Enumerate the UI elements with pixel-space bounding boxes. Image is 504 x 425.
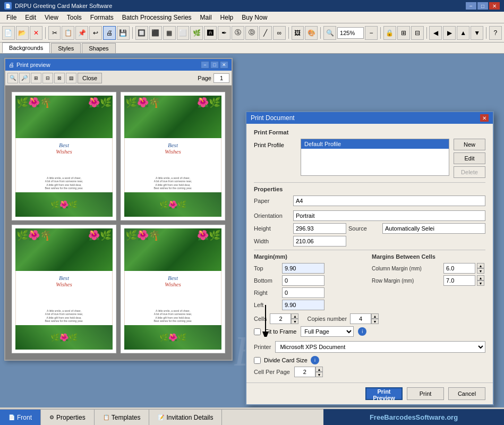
menu-view[interactable]: View [40, 13, 63, 22]
fit-info-icon[interactable]: i [358, 327, 366, 336]
page-input[interactable] [213, 73, 229, 83]
down-btn[interactable]: ▼ [471, 26, 483, 40]
print-button[interactable]: Print [407, 387, 444, 400]
col-margin-input[interactable] [443, 263, 475, 274]
menu-help[interactable]: Help [216, 13, 238, 22]
left-input[interactable] [282, 300, 324, 310]
width-input[interactable] [293, 236, 346, 246]
group-btn[interactable]: ⊞ [397, 26, 410, 40]
tool7[interactable]: ✒ [218, 26, 230, 40]
cells-up[interactable]: ▲ [291, 313, 298, 319]
menu-mail[interactable]: Mail [196, 13, 216, 22]
cut-button[interactable]: ✂ [48, 26, 61, 40]
color-btn[interactable]: 🎨 [305, 26, 318, 40]
cells-down[interactable]: ▼ [291, 319, 298, 324]
profile-list[interactable]: Default Profile [301, 139, 449, 176]
fit-to-frame-checkbox[interactable] [254, 328, 261, 335]
divide-card-checkbox[interactable] [254, 357, 261, 364]
zoom-minus[interactable]: − [365, 26, 378, 40]
tool3[interactable]: ▦ [163, 26, 176, 40]
tool2[interactable]: ⬛ [149, 26, 162, 40]
preview-controls[interactable]: − □ ✕ [201, 61, 228, 69]
zoom-input[interactable] [340, 30, 361, 36]
preview-minimize[interactable]: − [201, 61, 209, 69]
cell-page-down[interactable]: ▼ [315, 372, 323, 377]
new-button[interactable]: 📄 [2, 26, 15, 40]
undo-button[interactable]: ↩ [89, 26, 102, 40]
fit-to-frame-label[interactable]: Fit to Frame [265, 328, 296, 335]
img-btn[interactable]: 🖼 [292, 26, 304, 40]
tool8[interactable]: Ⓢ [232, 26, 244, 40]
cell-page-spinner-btns[interactable]: ▲ ▼ [315, 367, 323, 377]
zoom-out[interactable]: 🔍 [323, 26, 336, 40]
up-btn[interactable]: ▲ [457, 26, 469, 40]
menu-tools[interactable]: Tools [63, 13, 86, 22]
save-button[interactable]: ✕ [30, 26, 42, 40]
tool10[interactable]: ╱ [259, 26, 272, 40]
row-margin-spinner[interactable]: ▲ ▼ [477, 275, 485, 286]
maximize-button[interactable]: □ [477, 2, 488, 10]
fwd-btn[interactable]: ▶ [443, 26, 456, 40]
bottom-tab-templates[interactable]: 📋 Templates [95, 410, 150, 425]
export-button[interactable]: 💾 [117, 26, 130, 40]
bottom-tab-properties[interactable]: ⚙ Properties [41, 410, 95, 425]
menu-file[interactable]: File [2, 13, 21, 22]
tool11[interactable]: ∞ [273, 26, 286, 40]
cells-spinner-btns[interactable]: ▲ ▼ [291, 313, 298, 324]
paste-button[interactable]: 📌 [75, 26, 88, 40]
divide-info-icon[interactable]: i [311, 356, 319, 364]
height-input[interactable] [293, 223, 346, 234]
preview-close[interactable]: ✕ [220, 61, 228, 69]
lock-btn[interactable]: 🔒 [383, 26, 396, 40]
menu-batch[interactable]: Batch Processing Series [118, 13, 196, 22]
paper-input[interactable] [293, 196, 485, 206]
copies-down[interactable]: ▼ [371, 319, 379, 324]
source-input[interactable] [382, 223, 485, 234]
cells-input[interactable] [270, 313, 291, 324]
print-button[interactable]: 🖨 [103, 26, 116, 40]
back-btn[interactable]: ◀ [429, 26, 442, 40]
printer-select[interactable]: Microsoft XPS Document [275, 341, 485, 353]
menu-formats[interactable]: Formats [86, 13, 118, 22]
pv-grid[interactable]: ⊠ [54, 73, 65, 83]
tool1[interactable]: 🔲 [135, 26, 148, 40]
tab-backgrounds[interactable]: Backgrounds [2, 42, 50, 53]
minimize-button[interactable]: − [466, 2, 476, 10]
pv-zoom-in[interactable]: 🔍 [7, 73, 18, 83]
cell-per-page-input[interactable] [294, 367, 315, 377]
tab-shapes[interactable]: Shapes [82, 43, 115, 53]
btn-edit[interactable]: Edit [454, 152, 485, 164]
col-margin-down[interactable]: ▼ [477, 268, 484, 274]
cancel-button[interactable]: Cancel [448, 387, 485, 400]
col-margin-up[interactable]: ▲ [477, 263, 484, 268]
fit-to-frame-select[interactable]: Full Page [301, 326, 354, 337]
open-button[interactable]: 📂 [16, 26, 29, 40]
profile-item-default[interactable]: Default Profile [301, 139, 449, 149]
copies-input[interactable] [350, 313, 371, 324]
btn-new[interactable]: New [454, 139, 485, 150]
right-input[interactable] [282, 287, 324, 298]
help-btn[interactable]: ? [489, 26, 502, 40]
tool9[interactable]: Ⓓ [245, 26, 258, 40]
col-margin-spinner[interactable]: ▲ ▼ [477, 263, 485, 274]
pv-close-button[interactable]: Close [78, 73, 102, 83]
tool6[interactable]: 🅰 [204, 26, 217, 40]
title-bar-controls[interactable]: − □ ✕ [466, 2, 500, 10]
close-app-button[interactable]: ✕ [489, 2, 500, 10]
pv-list[interactable]: ▤ [66, 73, 76, 83]
dialog-close-button[interactable]: ✕ [480, 114, 489, 122]
top-input[interactable] [282, 263, 324, 274]
row-margin-down[interactable]: ▼ [477, 280, 484, 286]
pv-barcode2[interactable]: ⊟ [42, 73, 53, 83]
bottom-tab-invitation[interactable]: 📝 Invitation Details [149, 410, 222, 425]
copies-spinner-btns[interactable]: ▲ ▼ [371, 313, 379, 324]
menu-buynow[interactable]: Buy Now [237, 13, 271, 22]
orientation-input[interactable] [293, 210, 485, 221]
row-margin-input[interactable] [443, 275, 475, 286]
copy-button[interactable]: 📋 [62, 26, 74, 40]
row-margin-up[interactable]: ▲ [477, 275, 484, 280]
tab-styles[interactable]: Styles [51, 43, 81, 53]
tool4[interactable]: ⬜ [177, 26, 190, 40]
pv-barcode1[interactable]: ⊞ [31, 73, 41, 83]
print-preview-button[interactable]: Print Preview [365, 387, 403, 400]
